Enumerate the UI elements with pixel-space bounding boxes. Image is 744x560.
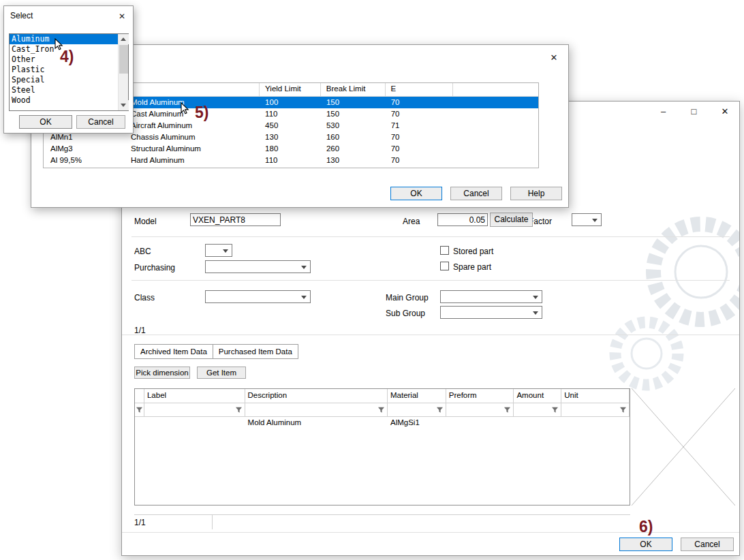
filter-icon[interactable] [436, 406, 444, 414]
item-table-row[interactable]: Mold Aluminum AlMgSi1 [135, 417, 630, 429]
scrollbar-thumb[interactable] [119, 45, 128, 74]
model-label: Model [134, 217, 157, 226]
minimize-icon[interactable]: – [648, 102, 679, 122]
header-material[interactable]: Material [388, 389, 446, 403]
item-table: Label Description Material Preform Amoun… [134, 388, 630, 505]
factor-combobox[interactable] [572, 213, 602, 226]
material-yield: 450 [260, 120, 321, 131]
main-group-combobox[interactable] [440, 290, 542, 303]
cell-description: Mold Aluminum [245, 417, 388, 429]
list-item[interactable]: Special [10, 75, 119, 85]
list-item[interactable]: Steel [10, 85, 119, 95]
sub-group-label: Sub Group [386, 309, 425, 318]
material-e: 70 [386, 131, 454, 143]
list-item[interactable]: Cast_Iron [10, 44, 119, 55]
ok-button[interactable]: OK [19, 115, 72, 129]
area-input[interactable] [437, 213, 488, 226]
header-e[interactable]: E [386, 83, 454, 96]
material-break: 130 [321, 155, 386, 166]
tab-purchased-item-data[interactable]: Purchased Item Data [213, 344, 298, 359]
close-icon[interactable]: ✕ [114, 10, 129, 23]
list-item[interactable]: Wood [10, 95, 119, 106]
cancel-button[interactable]: Cancel [681, 538, 734, 551]
material-break: 530 [321, 120, 386, 131]
item-table-header: Label Description Material Preform Amoun… [135, 389, 630, 403]
cell-unit [561, 417, 630, 429]
material-yield: 110 [260, 108, 321, 120]
material-row[interactable]: AlMg3Structural Aluminum 180 260 70 [44, 143, 538, 155]
spare-part-checkbox[interactable] [440, 262, 449, 270]
cancel-button[interactable]: Cancel [450, 187, 502, 200]
cell-label [144, 417, 245, 429]
filter-icon[interactable] [136, 406, 143, 414]
header-amount[interactable]: Amount [514, 389, 561, 403]
header-extra [453, 83, 538, 96]
list-item[interactable]: Plastic [10, 65, 119, 75]
scroll-up-icon[interactable] [119, 34, 129, 44]
stored-part-checkbox[interactable] [440, 246, 449, 255]
header-yield-limit[interactable]: Yield Limit [260, 83, 321, 96]
pick-dimension-button[interactable]: Pick dimension [134, 367, 190, 379]
cancel-button[interactable]: Cancel [76, 115, 125, 129]
chevron-down-icon [301, 296, 307, 299]
divider [134, 514, 630, 515]
spare-part-label: Spare part [453, 262, 491, 272]
list-item[interactable]: Other [10, 55, 119, 65]
scrollbar[interactable] [118, 34, 128, 110]
material-name: Structural Aluminum [131, 144, 201, 153]
maximize-icon[interactable]: □ [679, 102, 709, 122]
record-indicator: 1/1 [134, 326, 146, 335]
cell-material: AlMgSi1 [388, 417, 446, 429]
material-e: 70 [386, 97, 454, 108]
divider [212, 514, 213, 529]
header-unit[interactable]: Unit [561, 389, 630, 403]
filter-icon[interactable] [377, 406, 385, 414]
material-yield: 130 [260, 131, 321, 143]
material-e: 70 [386, 155, 454, 166]
chevron-down-icon [301, 266, 307, 269]
get-item-button[interactable]: Get Item [197, 367, 246, 379]
preview-placeholder [632, 388, 735, 505]
ok-button[interactable]: OK [390, 187, 442, 200]
divider [131, 280, 730, 281]
cell-preform [446, 417, 514, 429]
scroll-down-icon[interactable] [119, 100, 129, 110]
sub-group-combobox[interactable] [440, 306, 542, 319]
select-dialog: Select ✕ Aluminum Cast_Iron Other Plasti… [3, 5, 134, 134]
record-indicator: 1/1 [134, 518, 146, 527]
list-item[interactable]: Aluminum [10, 34, 119, 44]
header-description[interactable]: Description [245, 389, 388, 403]
chevron-down-icon [533, 311, 538, 315]
item-data-tabstrip: Archived Item Data Purchased Item Data [134, 344, 298, 359]
filter-icon[interactable] [503, 406, 511, 414]
desktop: { "annotations": { "step4_label": "4)", … [0, 0, 744, 560]
abc-label: ABC [134, 247, 151, 256]
help-button[interactable]: Help [510, 187, 562, 200]
close-icon[interactable]: ✕ [709, 102, 740, 122]
filter-icon[interactable] [551, 406, 559, 414]
material-row[interactable]: Al 99,5%Hard Aluminum 110 130 70 [44, 155, 538, 166]
material-e: 70 [386, 108, 454, 120]
chevron-down-icon [223, 249, 228, 253]
calculate-button[interactable]: Calculate [490, 213, 533, 227]
stored-part-label: Stored part [453, 247, 493, 256]
model-input[interactable] [190, 213, 281, 226]
purchasing-label: Purchasing [134, 263, 175, 273]
header-break-limit[interactable]: Break Limit [321, 83, 386, 96]
material-code: Al 99,5% [50, 155, 131, 166]
ok-button[interactable]: OK [619, 538, 672, 551]
purchasing-combobox[interactable] [205, 260, 311, 273]
material-name: Mold Aluminum [131, 98, 185, 106]
header-icon-column [135, 389, 144, 403]
abc-combobox[interactable] [205, 244, 232, 257]
filter-icon[interactable] [619, 406, 627, 414]
header-label[interactable]: Label [144, 389, 245, 403]
tab-archived-item-data[interactable]: Archived Item Data [134, 344, 213, 359]
class-combobox[interactable] [205, 290, 311, 303]
close-icon[interactable]: ✕ [544, 50, 564, 65]
dialog-title: Select [10, 11, 33, 20]
header-preform[interactable]: Preform [446, 389, 514, 403]
filter-icon[interactable] [235, 406, 243, 414]
material-yield: 110 [260, 155, 321, 166]
material-yield: 100 [260, 97, 321, 108]
